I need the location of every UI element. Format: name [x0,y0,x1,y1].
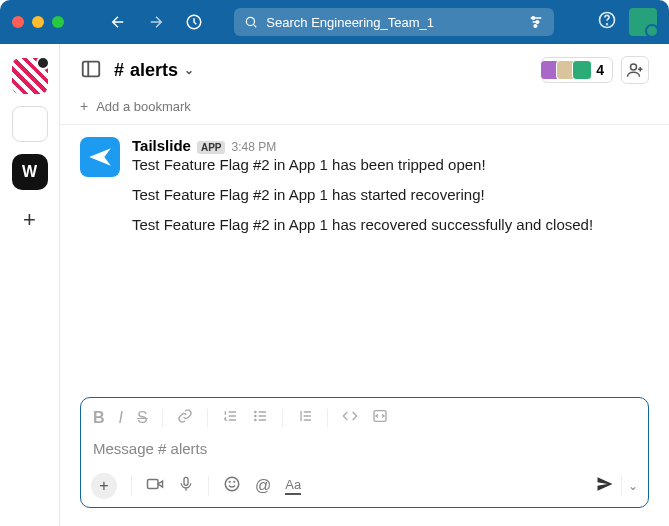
sidebar-toggle-icon[interactable] [80,58,104,82]
italic-button[interactable]: I [119,409,123,427]
svg-point-3 [536,21,539,24]
message-author[interactable]: Tailslide [132,137,191,154]
bullet-list-button[interactable] [252,408,268,428]
strike-button[interactable]: S [137,409,148,427]
plus-icon: + [80,98,88,114]
app-avatar[interactable] [80,137,120,177]
code-button[interactable] [342,408,358,428]
workspace-1[interactable] [12,58,48,94]
svg-point-6 [607,24,608,25]
help-icon[interactable] [597,10,617,34]
message-text-1: Test Feature Flag #2 in App 1 has been t… [132,154,649,176]
svg-rect-14 [184,477,188,485]
svg-point-15 [225,477,239,491]
history-icon[interactable] [180,8,208,36]
bold-button[interactable]: B [93,409,105,427]
svg-point-11 [254,419,255,420]
user-avatar[interactable] [629,8,657,36]
bookmark-label: Add a bookmark [96,99,191,114]
member-avatars [544,60,592,80]
svg-point-4 [534,25,537,28]
history-forward[interactable] [142,8,170,36]
send-button[interactable] [595,474,615,498]
message-input[interactable]: Message # alerts [91,436,638,467]
svg-point-8 [631,64,637,70]
window-controls [12,16,64,28]
app-badge: APP [197,141,226,154]
message: Tailslide APP 3:48 PM Test Feature Flag … [80,137,649,235]
link-button[interactable] [177,408,193,428]
message-time: 3:48 PM [231,140,276,154]
maximize-window[interactable] [52,16,64,28]
member-count-button[interactable]: 4 [541,57,613,83]
send-options-chevron[interactable]: ⌄ [628,479,638,493]
search-text: Search Engineering_Team_1 [266,15,520,30]
attach-button[interactable]: + [91,473,117,499]
close-window[interactable] [12,16,24,28]
svg-point-9 [254,411,255,412]
mic-button[interactable] [178,475,194,497]
workspace-3[interactable]: W [12,154,48,190]
svg-rect-13 [148,480,159,489]
chevron-down-icon: ⌄ [184,63,194,77]
format-toolbar: B I S [91,406,638,436]
svg-point-2 [532,17,535,20]
channel-name-button[interactable]: # alerts ⌄ [114,60,194,81]
channel-header: # alerts ⌄ 4 [60,44,669,94]
svg-rect-7 [83,62,100,77]
workspace-2[interactable] [12,106,48,142]
composer-actions: + @ Aa ⌄ [91,467,638,499]
add-people-button[interactable] [621,56,649,84]
svg-point-1 [247,17,255,25]
ordered-list-button[interactable] [222,408,238,428]
blockquote-button[interactable] [297,408,313,428]
video-button[interactable] [146,475,164,497]
message-list: Tailslide APP 3:48 PM Test Feature Flag … [60,125,669,397]
svg-point-16 [229,481,230,482]
add-workspace[interactable]: + [12,202,48,238]
filter-icon[interactable] [528,14,544,30]
mention-button[interactable]: @ [255,477,271,495]
message-text-3: Test Feature Flag #2 in App 1 has recove… [132,214,649,236]
codeblock-button[interactable] [372,408,388,428]
add-bookmark-button[interactable]: + Add a bookmark [60,94,669,125]
format-toggle-button[interactable]: Aa [285,477,301,495]
minimize-window[interactable] [32,16,44,28]
history-back[interactable] [104,8,132,36]
search-bar[interactable]: Search Engineering_Team_1 [234,8,554,36]
member-count: 4 [596,62,604,78]
svg-point-17 [234,481,235,482]
svg-point-10 [254,415,255,416]
message-composer: B I S Message # alerts + [80,397,649,508]
workspace-rail: W + [0,44,60,526]
search-icon [244,15,258,29]
channel-hash: # [114,60,124,81]
message-text-2: Test Feature Flag #2 in App 1 has starte… [132,184,649,206]
titlebar: Search Engineering_Team_1 [0,0,669,44]
emoji-button[interactable] [223,475,241,497]
channel-name-text: alerts [130,60,178,81]
